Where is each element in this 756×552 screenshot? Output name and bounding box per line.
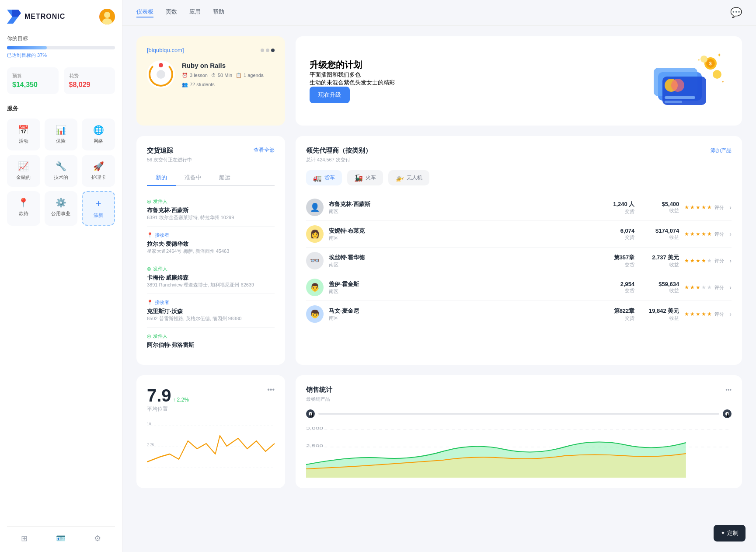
agent-revenue-label-3: 收益: [640, 262, 679, 268]
sender-addr-2: 3891 Ranchview 理查森博士, 加利福尼亚州 62639: [147, 282, 275, 288]
agent-arrow-5[interactable]: ›: [729, 311, 732, 318]
care-icon: 🚀: [93, 161, 104, 171]
course-dots: [261, 49, 275, 52]
receiver-label-2: 📍 接收者: [147, 299, 275, 306]
sales-more-icon[interactable]: •••: [725, 387, 732, 393]
agent-info-2: 安妮特·布莱克 南区: [329, 227, 594, 241]
agent-stat-5: 第822章 交货: [599, 307, 634, 321]
agent-revenue-val-4: $59,634: [640, 281, 679, 287]
sales-slider: ⏸ ⏸: [306, 409, 732, 418]
add-product-button[interactable]: 添加产品: [711, 147, 732, 154]
delivery-title-group: 交货追踪: [147, 147, 173, 155]
progress-fill: [7, 46, 47, 49]
sender-icon-3: ◎: [147, 333, 151, 339]
service-item-network[interactable]: 🌐网络: [82, 119, 115, 150]
tab-shipping[interactable]: 船运: [210, 170, 239, 186]
upgrade-title: 升级您的计划: [310, 59, 395, 71]
svg-rect-10: [665, 96, 695, 99]
service-item-hospitality[interactable]: 📍款待: [7, 191, 40, 226]
service-item-finance[interactable]: 📈金融的: [7, 155, 40, 187]
svg-point-3: [104, 12, 110, 18]
agent-avatar-3: 👓: [306, 252, 324, 269]
sender-label-1: ◎ 发件人: [147, 198, 275, 205]
budget-value: $14,350: [12, 81, 53, 89]
agent-revenue-label-1: 收益: [640, 207, 679, 214]
service-item-add[interactable]: +添新: [82, 191, 115, 226]
goal-label: 你的目标: [7, 35, 115, 42]
agent-rating-1: ★★★★★ 评分: [684, 204, 724, 211]
activity-icon: 📅: [18, 125, 29, 135]
chat-icon[interactable]: 💬: [730, 7, 742, 18]
agent-revenue-val-1: $5,400: [640, 201, 679, 207]
slider-thumb-inner-2: ⏸: [725, 412, 729, 416]
nav-apps[interactable]: 应用: [189, 8, 201, 17]
delivery-item-5: ◎ 发件人 阿尔伯特·弗洛雷斯: [147, 328, 275, 354]
insurance-icon: 📊: [56, 125, 66, 135]
agent-arrow-4[interactable]: ›: [729, 284, 732, 291]
layers-icon[interactable]: ⊞: [21, 534, 28, 543]
course-title: Ruby on Rails: [182, 62, 275, 69]
agent-arrow-1[interactable]: ›: [729, 204, 732, 211]
agent-count-5: 第822章: [599, 307, 634, 315]
nav-dashboard[interactable]: 仪表板: [136, 8, 153, 17]
tab-preparing[interactable]: 准备中: [176, 170, 210, 186]
sales-subtitle: 最畅销产品: [306, 396, 732, 402]
service-item-insurance[interactable]: 📊保险: [45, 119, 78, 150]
category-train[interactable]: 🚂 火车: [347, 170, 383, 185]
agent-arrow-3[interactable]: ›: [729, 257, 732, 264]
category-drone[interactable]: 🚁 无人机: [388, 170, 429, 185]
slider-right-thumb[interactable]: ⏸: [723, 409, 732, 418]
agent-region-2: 南区: [329, 235, 594, 241]
course-students: 👥 72 students: [182, 82, 215, 87]
agent-region-4: 南区: [329, 288, 594, 295]
progress-text: 已达到目标的 37%: [7, 52, 115, 59]
service-item-activity[interactable]: 📅活动: [7, 119, 40, 150]
service-item-tech[interactable]: 🔧技术的: [45, 155, 78, 187]
network-icon: 🌐: [93, 125, 104, 135]
upgrade-button[interactable]: 现在升级: [310, 87, 350, 103]
delivery-subtitle: 56 次交付正在进行中: [147, 157, 275, 163]
service-item-utility[interactable]: ⚙️公用事业: [45, 191, 78, 226]
tab-new[interactable]: 新的: [147, 170, 176, 186]
agent-rating-2: ★★★★★ 评分: [684, 231, 724, 238]
agent-region-1: 南区: [329, 208, 594, 215]
agent-avatar-1: 👤: [306, 199, 324, 216]
agent-arrow-2[interactable]: ›: [729, 231, 732, 238]
course-duration: ⏱ 50 Min: [211, 73, 232, 78]
budget-label: 预算: [12, 73, 53, 79]
main-area: 仪表板 页数 应用 帮助 💬 [biqubiqu.com]: [122, 0, 756, 552]
service-item-care[interactable]: 🚀护理卡: [82, 155, 115, 187]
slider-left-thumb[interactable]: ⏸: [306, 409, 315, 418]
sidebar-footer: ⊞ 🪪 ⚙: [7, 526, 115, 543]
avg-change: ↑ 2.2%: [173, 397, 189, 403]
avatar[interactable]: [99, 9, 115, 24]
sender-name-3: 阿尔伯特·弗洛雷斯: [147, 341, 275, 349]
svg-text:$: $: [709, 61, 712, 66]
logo-icon: [7, 10, 21, 24]
sidebar-header: METRONIC: [7, 9, 115, 24]
receiver-addr-1: 星家大道2464号 梅萨, 新泽西州 45463: [147, 248, 275, 255]
view-all-button[interactable]: 查看全部: [254, 147, 275, 154]
agent-revenue-label-4: 收益: [640, 287, 679, 294]
finance-icon: 📈: [18, 161, 29, 171]
settings-icon[interactable]: ⚙: [94, 534, 101, 543]
category-truck[interactable]: 🚛 货车: [306, 170, 342, 185]
nav-pages[interactable]: 页数: [166, 8, 177, 17]
customize-button[interactable]: ✦ 定制: [714, 525, 746, 542]
svg-point-15: [713, 70, 721, 79]
progress-bar: [7, 46, 115, 49]
course-lessons: ⏰ 3 lesson: [182, 73, 208, 78]
nav-help[interactable]: 帮助: [213, 8, 224, 17]
agent-name-2: 安妮特·布莱克: [329, 227, 594, 235]
avg-more-icon[interactable]: •••: [267, 386, 275, 394]
agent-revenue-val-3: 2,737 美元: [640, 254, 679, 262]
agent-count-label-3: 交货: [599, 262, 634, 268]
sender-name-1: 布鲁克林·西蒙斯: [147, 206, 275, 214]
card-icon[interactable]: 🪪: [56, 534, 66, 543]
category-tabs: 🚛 货车 🚂 火车 🚁 无人机: [306, 170, 732, 185]
agent-region-3: 南区: [329, 262, 594, 268]
slider-track[interactable]: [318, 413, 719, 415]
expense-label: 花费: [69, 73, 110, 79]
agent-row-2: 👩 安妮特·布莱克 南区 6,074 交货 $174,074 收益 ★★★★: [306, 221, 732, 248]
topnav-right: 💬: [730, 7, 742, 18]
